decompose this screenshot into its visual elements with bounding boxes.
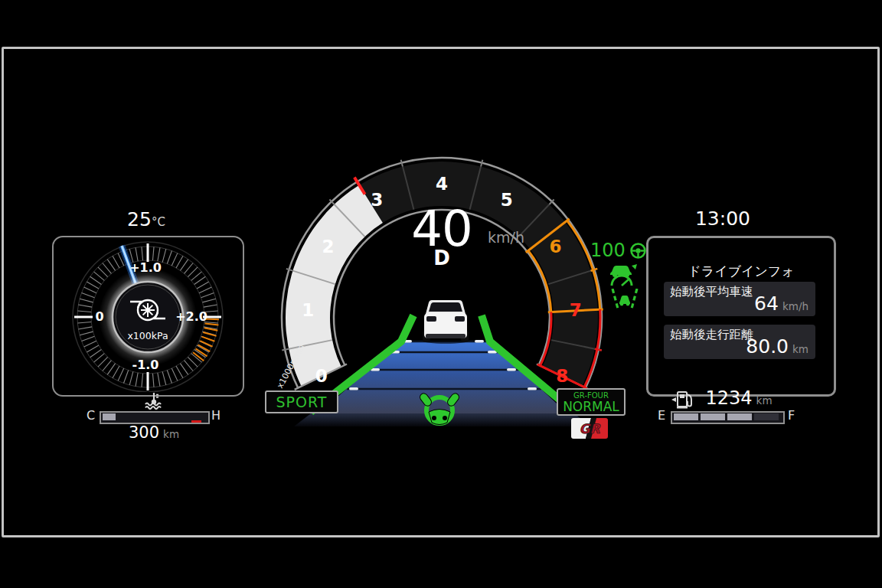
gear-indicator: D [373, 247, 511, 270]
gr-logo-text: GR [579, 421, 600, 436]
boost-label-bottom: -1.0 [132, 358, 159, 372]
speed-limit-assist: 100 [590, 240, 647, 261]
coolant-low-label: C [87, 408, 95, 423]
odometer-unit: km [163, 428, 179, 440]
fuel-range-value: 1234 [705, 387, 752, 409]
drive-info-row-average-speed: 始動後平均車速 64 km/h [664, 282, 815, 316]
fuel-segment [754, 413, 779, 420]
fuel-range-unit: km [756, 394, 773, 407]
coolant-hot-marker [191, 420, 201, 423]
odometer: 300 km [100, 423, 208, 442]
clock: 13:00 [669, 207, 776, 230]
speed-limit-value: 100 [590, 240, 626, 261]
drive-info-panel: ドライブインフォ 始動後平均車速 64 km/h 始動後走行距離 80.0 km [646, 236, 836, 397]
boost-gauge-panel: x100kPa +1.0 +2.0 0 -1.0 [52, 236, 244, 397]
boost-label-top: +1.0 [129, 260, 162, 275]
drive-info-row-distance: 始動後走行距離 80.0 km [664, 325, 815, 359]
ambient-temperature: 25°C [93, 208, 200, 230]
speed-unit: km/h [488, 229, 524, 246]
fuel-full-label: F [788, 408, 795, 423]
fuel-segment [674, 413, 698, 420]
boost-unit-label: x100kPa [127, 330, 168, 341]
coolant-temp-bar [100, 411, 210, 424]
ambient-temp-unit: °C [152, 215, 165, 229]
steering-wheel-icon [629, 242, 647, 260]
boost-gauge: x100kPa +1.0 +2.0 0 -1.0 [54, 237, 240, 392]
boost-orange-zone [193, 319, 219, 361]
row-unit: km/h [782, 300, 808, 312]
row-value: 80.0 [746, 335, 789, 358]
lane-trace-assist-icon [416, 387, 462, 431]
drive-info-title: ドライブインフォ [648, 263, 834, 280]
fuel-level-bar [671, 411, 785, 424]
row-value: 64 [754, 292, 779, 315]
boost-label-right: +2.0 [175, 309, 207, 324]
coolant-level-fill [103, 413, 116, 420]
tach-number-4: 4 [436, 174, 448, 194]
vehicle-car [420, 297, 472, 345]
grfour-mode: NORMAL [558, 400, 624, 413]
tach-number-2: 2 [322, 237, 335, 256]
gr-logo: GR [571, 418, 608, 439]
lane-departure-icon [607, 289, 642, 309]
row-label: 始動後平均車速 [670, 284, 753, 300]
odometer-value: 300 [129, 423, 159, 442]
tach-number-6: 6 [549, 237, 561, 256]
fuel-range: 1234 km [689, 387, 789, 409]
row-unit: km [792, 343, 808, 355]
fuel-empty-label: E [658, 408, 665, 423]
boost-label-left: 0 [95, 309, 103, 324]
fuel-segment [701, 413, 725, 420]
row-label: 始動後走行距離 [670, 327, 753, 343]
grfour-mode-badge: GR-FOUR NORMAL [557, 388, 626, 416]
ambient-temp-value: 25 [127, 208, 152, 230]
drive-mode-badge: SPORT [265, 390, 338, 413]
coolant-temp-icon [144, 391, 164, 410]
fuel-segment [727, 413, 752, 420]
radar-cruise-icon [606, 264, 641, 287]
coolant-high-label: H [211, 408, 220, 423]
instrument-cluster: 25°C 13:00 [0, 0, 882, 588]
